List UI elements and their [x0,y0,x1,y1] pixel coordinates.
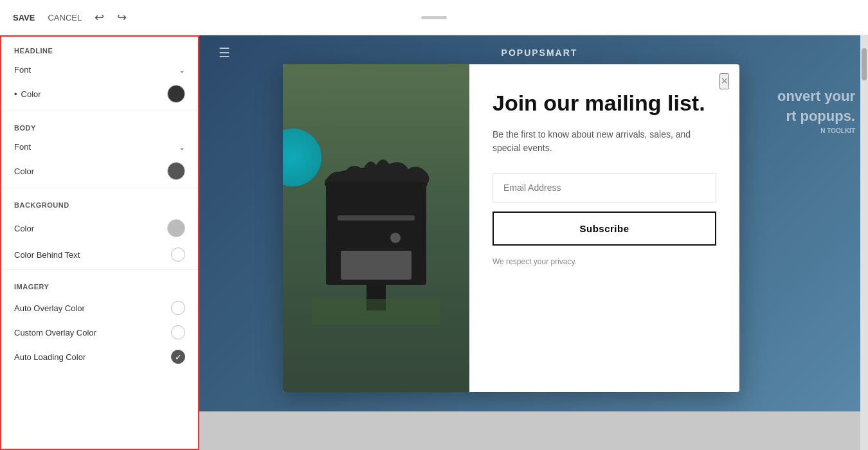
right-overlay-text: onvert your rt popups. N TOOLKIT [777,87,868,136]
headline-color-row: Color [1,80,198,108]
body-color-swatch[interactable] [167,162,185,180]
scrollbar[interactable] [860,35,868,450]
popup-privacy-text: We respect your privacy. [493,257,716,266]
right-text-line1: onvert your [777,88,855,104]
divider-1 [1,111,198,111]
cancel-button[interactable]: CANCEL [48,13,82,22]
auto-loading-label: Auto Loading Color [14,352,86,362]
popup-close-button[interactable]: × [719,73,729,89]
drag-handle [421,16,447,19]
bg-color-row: Color [1,214,198,242]
custom-overlay-row: Custom Overlay Color [1,320,198,345]
drag-handle-area [421,16,447,19]
headline-font-label: Font [14,65,31,75]
popup-body-text: Be the first to know about new arrivals,… [493,128,716,155]
body-font-label: Font [14,142,31,152]
bg-color-swatch[interactable] [167,219,185,237]
auto-loading-row: Auto Loading Color [1,345,198,369]
popup-content: × Join our mailing list. Be the first to… [469,64,739,392]
preview-area: ☰ POPUPSMART onvert your rt popups. N TO… [199,35,868,450]
preview-nav-logo: POPUPSMART [502,48,578,58]
bg-color-behind-text-label: Color Behind Text [14,250,80,260]
left-panel: HEADLINE Font ⌄ Color BODY Font ⌄ Color … [0,35,199,450]
headline-section-title: HEADLINE [1,37,198,60]
website-background: ☰ POPUPSMART onvert your rt popups. N TO… [199,35,868,450]
svg-point-3 [390,233,401,243]
popup-subscribe-button[interactable]: Subscribe [493,212,716,246]
right-text-line3: N TOOLKIT [777,127,855,136]
headline-color-swatch[interactable] [167,85,185,103]
headline-font-row: Font ⌄ [1,60,198,80]
popup-email-input[interactable] [493,173,716,203]
save-button[interactable]: SAVE [13,13,35,22]
undo-button[interactable]: ↩ [95,10,104,24]
bg-color-behind-text-row: Color Behind Text [1,242,198,267]
bg-color-behind-text-toggle[interactable] [171,248,185,262]
body-section-title: BODY [1,114,198,137]
popup-modal: × Join our mailing list. Be the first to… [283,64,739,392]
right-text-line2: rt popups. [786,108,855,124]
headline-color-label: Color [14,89,41,99]
divider-3 [1,269,198,270]
auto-overlay-toggle[interactable] [171,301,185,315]
body-font-row: Font ⌄ [1,137,198,157]
custom-overlay-label: Custom Overlay Color [14,328,96,338]
headline-font-chevron[interactable]: ⌄ [179,66,185,75]
popup-image [283,64,469,392]
preview-nav-menu-icon: ☰ [219,45,230,60]
top-bar: SAVE CANCEL ↩ ↪ [0,0,868,35]
bg-color-label: Color [14,224,34,233]
auto-loading-toggle[interactable] [171,350,185,364]
auto-overlay-row: Auto Overlay Color [1,296,198,320]
redo-button[interactable]: ↪ [117,10,127,24]
preview-nav: ☰ POPUPSMART [199,35,868,70]
auto-overlay-label: Auto Overlay Color [14,303,85,313]
svg-rect-4 [341,251,411,280]
background-section-title: BACKGROUND [1,191,198,214]
svg-rect-2 [338,215,415,221]
body-color-label: Color [14,166,34,176]
popup-headline: Join our mailing list. [493,90,716,116]
body-color-row: Color [1,157,198,185]
custom-overlay-toggle[interactable] [171,325,185,339]
preview-bottom-strip [199,411,860,450]
svg-rect-6 [312,299,440,325]
main-layout: HEADLINE Font ⌄ Color BODY Font ⌄ Color … [0,35,868,450]
imagery-section-title: IMAGERY [1,273,198,296]
divider-2 [1,188,198,188]
mailbox-svg [312,132,440,325]
body-font-chevron[interactable]: ⌄ [179,143,185,152]
mailbox-illustration [283,64,469,392]
